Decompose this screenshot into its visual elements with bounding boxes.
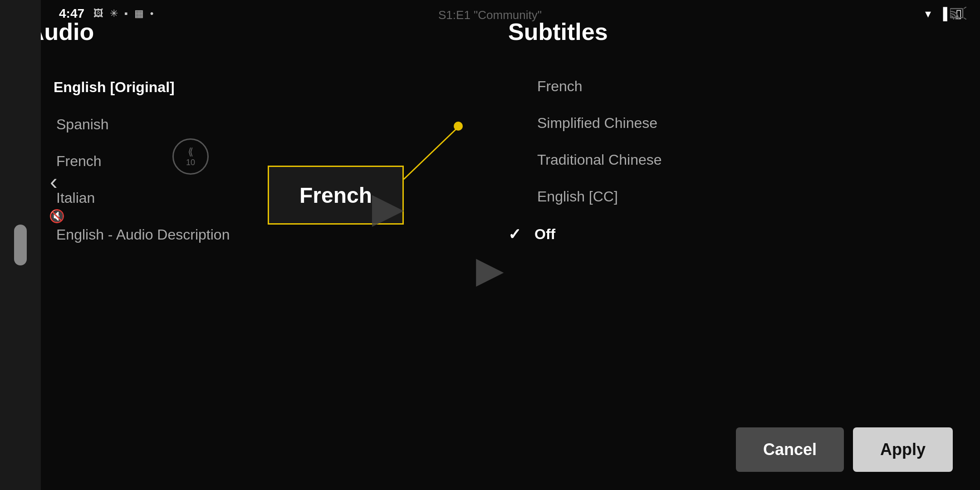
svg-line-1 [964,7,966,9]
calendar-icon: ▦ [134,8,144,20]
subtitle-label-traditional-chinese: Traditional Chinese [537,152,662,168]
bottom-buttons: Cancel Apply [736,427,953,472]
audio-label-english-ad: English - Audio Description [56,226,230,243]
audio-item-spanish[interactable]: Spanish [27,106,472,143]
audio-item-english-original[interactable]: ✓ English [Original] [27,68,472,106]
brightness-icon: ✳ [110,8,118,20]
main-columns: Audio ✓ English [Original] Spanish Frenc… [0,0,980,271]
apply-button[interactable]: Apply [853,427,953,472]
wifi-icon: ▾ [925,7,931,21]
audio-item-french[interactable]: French ⟪ 10 [27,143,472,180]
episode-title: S1:E1 "Community" [438,8,542,22]
rewind-button[interactable]: ⟪ 10 [172,138,209,175]
subtitles-column: Subtitles French Simplified Chinese Trad… [490,18,953,253]
audio-label-italian: Italian [56,190,95,206]
audio-label-english-original: English [Original] [54,79,175,96]
subtitle-item-off[interactable]: ✓ Off [508,215,953,253]
audio-label-french: French [56,153,102,170]
status-icons: 🖼 ✳ ▪ ▦ • [93,8,154,20]
volume-icon[interactable]: 🔇 [49,209,65,224]
subtitle-label-french: French [537,78,583,95]
subtitle-label-simplified-chinese: Simplified Chinese [537,115,657,132]
status-time: 4:47 [59,6,84,21]
subtitle-item-traditional-chinese[interactable]: Traditional Chinese ⟫ 10 [508,142,953,178]
left-sidebar [0,0,41,490]
dot-icon: • [150,8,154,20]
subtitle-item-english-cc[interactable]: English [CC] [508,178,953,215]
cast-icon[interactable] [950,7,966,23]
svg-line-2 [964,18,966,20]
scroll-handle[interactable] [14,225,27,265]
rewind-icon: ⟪ [188,146,193,158]
signal-icon: ▐ [939,7,947,21]
status-left: 4:47 🖼 ✳ ▪ ▦ • [59,6,154,21]
audio-item-english-ad[interactable]: English - Audio Description [27,216,472,253]
square-icon: ▪ [124,8,128,20]
audio-label-spanish: Spanish [56,116,109,133]
audio-item-italian[interactable]: Italian [27,180,472,216]
rewind-label: 10 [186,158,195,167]
gallery-icon: 🖼 [93,8,103,20]
audio-column: Audio ✓ English [Original] Spanish Frenc… [27,18,490,253]
check-icon-off: ✓ [508,225,521,243]
play-button[interactable]: ▶ [476,249,504,291]
cancel-button[interactable]: Cancel [736,427,844,472]
subtitle-label-off: Off [534,226,555,243]
subtitle-item-french[interactable]: French [508,68,953,105]
subtitle-item-simplified-chinese[interactable]: Simplified Chinese [508,105,953,142]
subtitle-label-english-cc: English [CC] [537,188,618,205]
